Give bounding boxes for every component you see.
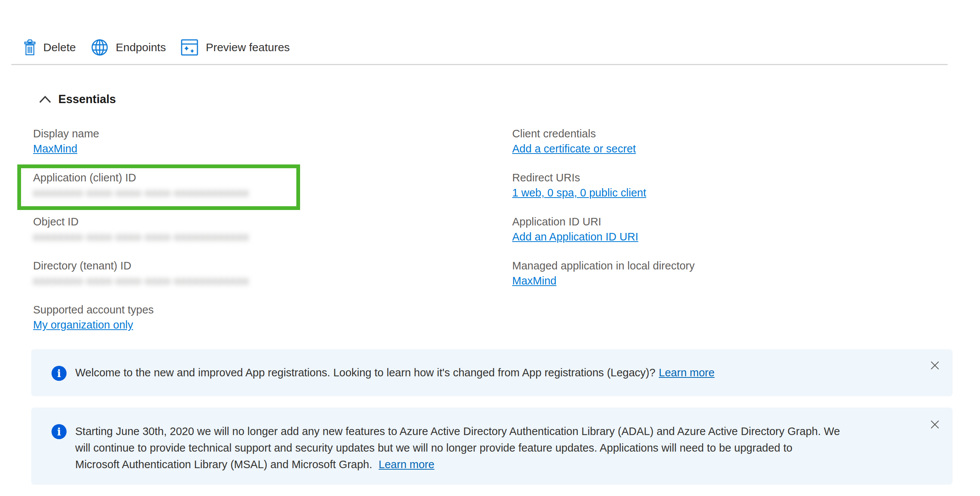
directory-tenant-id-value-redacted: xxxxxxxx-xxxx-xxxx-xxxx-xxxxxxxxxxxx — [33, 274, 249, 287]
preview-features-button-label: Preview features — [206, 38, 290, 57]
display-name-label: Display name — [33, 127, 466, 140]
application-client-id-label: Application (client) ID — [33, 171, 466, 184]
essentials-title: Essentials — [58, 93, 116, 106]
managed-application-label: Managed application in local directory — [512, 259, 964, 272]
redirect-uris-link[interactable]: 1 web, 0 spa, 0 public client — [512, 187, 646, 199]
adal-banner-line-1: Starting June 30th, 2020 we will no long… — [75, 423, 840, 440]
toolbar-divider — [11, 64, 948, 65]
application-client-id-value-redacted: xxxxxxxx-xxxx-xxxx-xxxx-xxxxxxxxxxxx — [33, 186, 249, 199]
redirect-uris-label: Redirect URIs — [512, 171, 964, 184]
info-icon — [51, 366, 67, 381]
trash-icon — [24, 39, 36, 56]
app-registration-overview-page: Delete Endpoints Preview features — [0, 0, 980, 496]
application-id-uri-label: Application ID URI — [512, 215, 964, 228]
add-application-id-uri-link[interactable]: Add an Application ID URI — [512, 231, 638, 243]
preview-features-button[interactable]: Preview features — [181, 38, 290, 57]
field-client-credentials: Client credentials Add a certificate or … — [512, 127, 964, 155]
close-icon — [930, 419, 940, 429]
info-icon — [51, 424, 67, 439]
welcome-banner-close-button[interactable] — [929, 359, 941, 373]
field-supported-account-types: Supported account types My organization … — [33, 303, 466, 331]
adal-banner-close-button[interactable] — [929, 418, 941, 432]
field-application-client-id: Application (client) ID xxxxxxxx-xxxx-xx… — [33, 171, 466, 199]
directory-tenant-id-label: Directory (tenant) ID — [33, 259, 466, 272]
delete-button-label: Delete — [43, 38, 76, 57]
managed-application-link[interactable]: MaxMind — [512, 275, 557, 287]
supported-account-types-link[interactable]: My organization only — [33, 319, 133, 331]
adal-banner-line-3: Microsoft Authentication Library (MSAL) … — [75, 456, 840, 473]
field-managed-application: Managed application in local directory M… — [512, 259, 964, 287]
field-display-name: Display name MaxMind — [33, 127, 466, 155]
field-directory-tenant-id: Directory (tenant) ID xxxxxxxx-xxxx-xxxx… — [33, 259, 466, 287]
welcome-banner-text: Welcome to the new and improved App regi… — [75, 349, 714, 396]
endpoints-button-label: Endpoints — [116, 38, 166, 57]
globe-icon — [91, 39, 108, 56]
add-certificate-or-secret-link[interactable]: Add a certificate or secret — [512, 143, 636, 155]
essentials-right-column: Client credentials Add a certificate or … — [512, 127, 964, 303]
close-icon — [930, 360, 940, 370]
object-id-label: Object ID — [33, 215, 466, 228]
client-credentials-label: Client credentials — [512, 127, 964, 140]
field-object-id: Object ID xxxxxxxx-xxxx-xxxx-xxxx-xxxxxx… — [33, 215, 466, 243]
display-name-link[interactable]: MaxMind — [33, 143, 78, 155]
info-banner-adal-deprecation: Starting June 30th, 2020 we will no long… — [31, 408, 953, 485]
welcome-learn-more-link[interactable]: Learn more — [659, 367, 714, 379]
adal-learn-more-link[interactable]: Learn more — [379, 458, 434, 470]
field-redirect-uris: Redirect URIs 1 web, 0 spa, 0 public cli… — [512, 171, 964, 199]
preview-features-icon — [181, 39, 198, 56]
endpoints-button[interactable]: Endpoints — [91, 38, 166, 57]
supported-account-types-label: Supported account types — [33, 303, 466, 316]
essentials-left-column: Display name MaxMind Application (client… — [33, 127, 466, 347]
command-bar: Delete Endpoints Preview features — [24, 38, 290, 57]
info-banner-welcome: Welcome to the new and improved App regi… — [31, 349, 953, 396]
adal-banner-line-2: will continue to provide technical suppo… — [75, 440, 840, 456]
object-id-value-redacted: xxxxxxxx-xxxx-xxxx-xxxx-xxxxxxxxxxxx — [33, 230, 249, 243]
adal-banner-text: Starting June 30th, 2020 we will no long… — [75, 423, 840, 473]
essentials-toggle[interactable]: Essentials — [39, 93, 116, 106]
welcome-banner-message: Welcome to the new and improved App regi… — [75, 367, 655, 379]
field-application-id-uri: Application ID URI Add an Application ID… — [512, 215, 964, 243]
chevron-up-icon — [39, 95, 51, 104]
delete-button[interactable]: Delete — [24, 38, 76, 57]
